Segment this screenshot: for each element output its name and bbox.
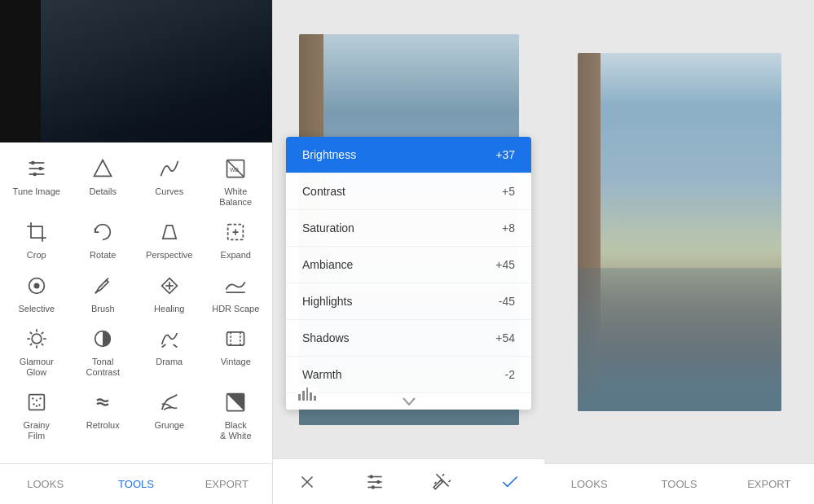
vintage-icon (221, 324, 250, 353)
grunge-icon (155, 388, 184, 417)
middle-panel: Brightness +37 Contrast +5 Saturation +8… (273, 0, 544, 504)
highlights-value: -45 (499, 295, 515, 308)
tool-details[interactable]: Details (73, 154, 132, 208)
tool-grunge[interactable]: Grunge (140, 388, 199, 441)
tool-white-balance[interactable]: WB WhiteBalance (206, 154, 265, 208)
white-balance-icon: WB (221, 154, 250, 183)
adj-row-highlights[interactable]: Highlights -45 (286, 283, 531, 320)
left-nav-export[interactable]: EXPORT (182, 464, 272, 504)
perspective-label: Perspective (146, 250, 192, 261)
white-balance-label: WhiteBalance (219, 186, 252, 208)
right-panel: LOOKS TOOLS EXPORT (544, 0, 814, 504)
expand-label: Expand (221, 250, 251, 261)
svg-point-5 (33, 173, 37, 177)
tool-retrolux[interactable]: Retrolux (73, 388, 132, 441)
adj-row-brightness[interactable]: Brightness +37 (286, 137, 531, 173)
tune-button[interactable] (359, 466, 391, 498)
tools-row-3: Selective Brush Healing HDR Scape (0, 266, 272, 319)
saturation-value: +8 (502, 221, 515, 234)
right-nav-looks[interactable]: LOOKS (544, 464, 634, 504)
left-bottom-nav: LOOKS TOOLS EXPORT (0, 463, 272, 504)
brush-label: Brush (91, 304, 115, 314)
tool-hdr-scape[interactable]: HDR Scape (206, 271, 265, 314)
glamour-label: GlamourGlow (20, 357, 54, 378)
svg-point-34 (372, 485, 375, 489)
tool-tune-image[interactable]: Tune Image (7, 154, 66, 208)
curves-icon (155, 154, 184, 183)
crop-icon (22, 217, 51, 247)
tools-row-1: Tune Image Details Curves WB WhiteBalanc… (0, 149, 272, 213)
tool-perspective[interactable]: Perspective (140, 217, 199, 261)
details-icon (88, 154, 117, 183)
tool-selective[interactable]: Selective (7, 271, 66, 314)
preview-image (0, 0, 272, 142)
expand-icon (221, 217, 250, 247)
left-nav-looks[interactable]: LOOKS (0, 464, 90, 504)
tool-rotate[interactable]: Rotate (73, 217, 132, 261)
tool-glamour-glow[interactable]: GlamourGlow (7, 324, 66, 378)
tool-brush[interactable]: Brush (73, 271, 132, 314)
cancel-button[interactable] (291, 466, 323, 498)
tool-tonal-contrast[interactable]: TonalContrast (73, 324, 132, 378)
retrolux-label: Retrolux (86, 420, 120, 431)
svg-point-24 (38, 404, 40, 405)
panel-chevron-down[interactable] (286, 393, 531, 410)
tool-black-white[interactable]: Black& White (206, 388, 265, 441)
svg-point-25 (36, 405, 37, 407)
right-nav-tools[interactable]: TOOLS (634, 464, 724, 504)
middle-bottom-nav (273, 458, 544, 504)
svg-point-20 (32, 397, 33, 399)
right-photo-frame (578, 53, 781, 411)
right-photo-container (544, 0, 814, 463)
hdr-label: HDR Scape (212, 304, 259, 314)
adj-row-saturation[interactable]: Saturation +8 (286, 210, 531, 247)
healing-label: Healing (154, 304, 184, 314)
tool-grainy-film[interactable]: GrainyFilm (7, 388, 66, 441)
right-nav-export[interactable]: EXPORT (724, 464, 814, 504)
grainy-icon (22, 388, 51, 417)
tune-image-label: Tune Image (13, 186, 60, 197)
left-nav-tools[interactable]: TOOLS (90, 464, 181, 504)
drama-label: Drama (156, 357, 183, 367)
bw-label: Black& White (220, 420, 252, 441)
highlights-label: Highlights (302, 295, 352, 308)
healing-icon (155, 271, 184, 300)
retrolux-icon (88, 388, 117, 417)
svg-point-16 (32, 334, 42, 344)
tool-healing[interactable]: Healing (140, 271, 199, 314)
svg-point-4 (38, 167, 42, 171)
bw-icon (221, 388, 250, 417)
tool-curves[interactable]: Curves (140, 154, 199, 208)
right-bottom-nav: LOOKS TOOLS EXPORT (544, 463, 814, 504)
adjustment-panel: Brightness +37 Contrast +5 Saturation +8… (286, 137, 531, 410)
adj-row-shadows[interactable]: Shadows +54 (286, 320, 531, 357)
magic-button[interactable] (426, 466, 459, 498)
adj-row-contrast[interactable]: Contrast +5 (286, 173, 531, 210)
adj-row-ambiance[interactable]: Ambiance +45 (286, 247, 531, 283)
tool-drama[interactable]: Drama (140, 324, 199, 378)
ambiance-label: Ambiance (302, 258, 353, 271)
confirm-button[interactable] (494, 466, 526, 498)
svg-point-12 (33, 283, 39, 288)
ambiance-value: +45 (495, 258, 515, 271)
svg-rect-19 (29, 395, 44, 410)
svg-point-33 (376, 480, 380, 483)
svg-rect-18 (227, 332, 244, 345)
svg-point-23 (33, 403, 34, 405)
tools-row-5: GrainyFilm Retrolux Grunge Black& White (0, 383, 272, 446)
vintage-label: Vintage (221, 357, 251, 367)
grunge-label: Grunge (154, 420, 184, 431)
histogram-button[interactable] (296, 385, 319, 403)
tool-expand[interactable]: Expand (206, 217, 265, 261)
hdr-icon (221, 271, 250, 300)
brightness-label: Brightness (302, 148, 356, 161)
adj-row-warmth[interactable]: Warmth -2 (286, 357, 531, 393)
glamour-icon (22, 324, 51, 353)
tool-crop[interactable]: Crop (7, 217, 66, 261)
contrast-label: Contrast (302, 185, 345, 198)
crop-label: Crop (27, 250, 46, 261)
rotate-icon (88, 217, 117, 247)
svg-marker-6 (95, 160, 112, 177)
tool-vintage[interactable]: Vintage (206, 324, 265, 378)
details-label: Details (89, 186, 117, 197)
